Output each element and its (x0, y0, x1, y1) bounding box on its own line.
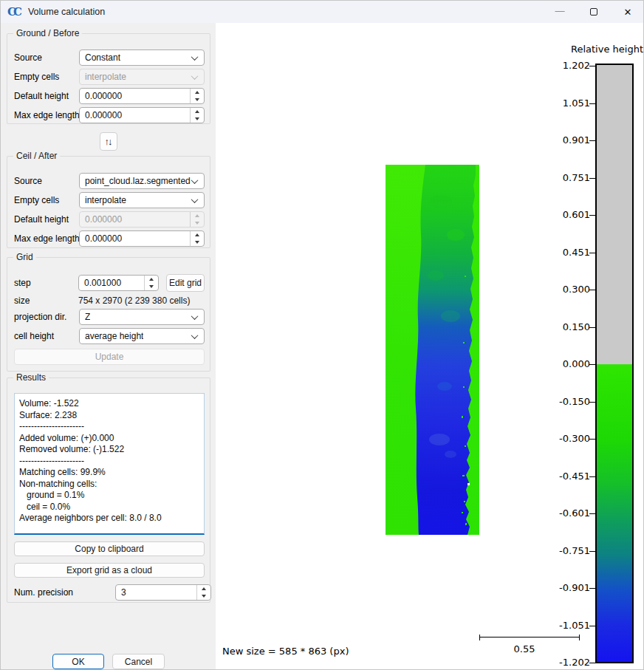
colorbar-tick-mark (589, 476, 595, 477)
colorbar-tick-label: -0.300 (538, 433, 590, 445)
colorbar-tick-mark (589, 178, 595, 179)
colorbar-tick-mark (589, 402, 595, 403)
ceil-source-label: Source (14, 176, 42, 186)
colorbar-tick-mark (589, 327, 595, 328)
window-controls: — ✕ (543, 1, 644, 23)
point-cloud-render (386, 165, 479, 535)
colorbar-tick-mark (589, 140, 595, 141)
window-title: Volume calculation (28, 7, 105, 17)
ground-default-height-spinbox[interactable]: 0.000000 (79, 88, 205, 104)
spinner-buttons[interactable] (190, 231, 204, 246)
colorbar-tick-label: 0.150 (538, 321, 590, 333)
ceil-max-edge-label: Max edge length (14, 233, 80, 244)
ceil-empty-cells-value: interpolate (85, 195, 126, 205)
scale-bar-value: 0.55 (499, 643, 550, 654)
spin-down-icon (195, 222, 199, 225)
minimize-icon: — (555, 5, 565, 16)
ground-default-height-value: 0.000000 (80, 89, 190, 103)
num-precision-value: 3 (116, 585, 196, 600)
group-ground-before: Ground / Before Source Constant Empty ce… (7, 33, 210, 124)
ground-empty-cells-label: Empty cells (14, 72, 59, 82)
colorbar-tick-label: -1.202 (538, 657, 590, 669)
spin-down-icon (195, 98, 199, 101)
num-precision-spinbox[interactable]: 3 (115, 584, 211, 601)
spin-down-icon (195, 241, 199, 244)
update-button: Update (14, 349, 205, 365)
ceil-source-value: point_cloud.laz.segmented (85, 176, 191, 186)
minimize-button[interactable]: — (543, 1, 577, 23)
group-grid-title: Grid (13, 252, 36, 262)
colorbar-tick-mark (589, 513, 595, 514)
grid-projection-select[interactable]: Z (79, 309, 205, 325)
colorbar-tick-label: 1.202 (538, 60, 590, 72)
colorbar-tick-label: 0.901 (538, 134, 590, 146)
colorbar-tick-label: -0.601 (538, 507, 590, 519)
ok-button[interactable]: OK (52, 654, 104, 669)
ceil-default-height-spinbox: 0.000000 (79, 211, 205, 228)
close-button[interactable]: ✕ (611, 1, 644, 23)
ground-empty-cells-value: interpolate (85, 72, 126, 82)
spinner-buttons[interactable] (144, 276, 158, 290)
chevron-down-icon (191, 72, 199, 80)
colorbar-tick-label: -0.150 (538, 396, 590, 408)
num-precision-label: Num. precision (14, 587, 73, 598)
render-viewport[interactable]: Relative height 1.2021.0510.9010.7510.60… (216, 23, 644, 670)
grid-size-value: 754 x 2970 (2 239 380 cells) (78, 295, 190, 306)
chevron-down-icon (191, 332, 199, 339)
colorbar-tick-label: 0.751 (538, 172, 590, 184)
spin-down-icon (149, 285, 154, 288)
edit-grid-button[interactable]: Edit grid (166, 274, 205, 292)
grid-step-label: step (14, 278, 31, 288)
spin-up-icon (195, 233, 199, 236)
swap-arrows-icon: ↑↓ (105, 136, 113, 147)
colorbar-title: Relative height (571, 44, 643, 55)
spinner-buttons[interactable] (190, 108, 204, 123)
titlebar[interactable]: CC Volume calculation — ✕ (1, 1, 644, 23)
grid-projection-value: Z (85, 312, 90, 322)
colorbar-gradient (595, 64, 634, 663)
spin-up-icon (195, 110, 199, 113)
grid-projection-label: projection dir. (14, 312, 66, 322)
grid-step-spinbox[interactable]: 0.001000 (78, 275, 159, 291)
scale-bar (479, 635, 580, 640)
group-grid: Grid step 0.001000 Edit grid size 754 x … (7, 257, 210, 372)
ground-source-select[interactable]: Constant (79, 49, 205, 66)
maximize-icon (590, 8, 597, 16)
colorbar-tick-mark (589, 626, 595, 626)
group-ceil-after: Ceil / After Source point_cloud.laz.segm… (7, 156, 210, 248)
group-results: Results Volume: -1.522 Surface: 2.238 --… (7, 377, 210, 603)
spinner-buttons[interactable] (190, 89, 204, 103)
colorbar-tick-label: -0.901 (538, 582, 590, 594)
export-grid-button[interactable]: Export grid as a cloud (14, 563, 205, 578)
results-textarea[interactable]: Volume: -1.522 Surface: 2.238 ----------… (14, 393, 205, 535)
colorbar-tick-mark (589, 364, 595, 365)
grid-step-value: 0.001000 (79, 276, 144, 290)
ground-max-edge-spinbox[interactable]: 0.000000 (79, 107, 205, 123)
chevron-down-icon (191, 196, 199, 203)
colorbar-tick-mark (589, 215, 595, 216)
group-ceil-title: Ceil / After (13, 151, 60, 161)
colorbar-tick-label: 1.051 (538, 98, 590, 109)
grid-cell-height-select[interactable]: average height (79, 328, 205, 344)
maximize-button[interactable] (577, 1, 611, 23)
ceil-empty-cells-select[interactable]: interpolate (79, 192, 205, 208)
colorbar-tick-mark (589, 551, 595, 552)
colorbar-tick-label: 0.451 (538, 247, 590, 259)
copy-to-clipboard-button[interactable]: Copy to clipboard (14, 541, 205, 556)
chevron-down-icon (191, 312, 199, 320)
ground-max-edge-value: 0.000000 (80, 108, 190, 123)
ground-default-height-label: Default height (14, 91, 69, 101)
spin-down-icon (195, 117, 199, 120)
colorbar-tick-mark (589, 588, 595, 589)
spin-up-icon (195, 214, 199, 217)
close-icon: ✕ (624, 7, 632, 18)
grid-size-label: size (14, 295, 30, 306)
swap-ground-ceil-button[interactable]: ↑↓ (100, 132, 117, 151)
volume-calculation-dialog: CC Volume calculation — ✕ Ground / Befor… (0, 0, 644, 670)
cancel-button[interactable]: Cancel (112, 654, 165, 669)
ceil-max-edge-spinbox[interactable]: 0.000000 (79, 230, 205, 247)
spinner-buttons[interactable] (196, 585, 210, 600)
spin-up-icon (149, 278, 154, 281)
ceil-source-select[interactable]: point_cloud.laz.segmented (79, 173, 205, 189)
ceil-default-height-value: 0.000000 (80, 212, 190, 227)
